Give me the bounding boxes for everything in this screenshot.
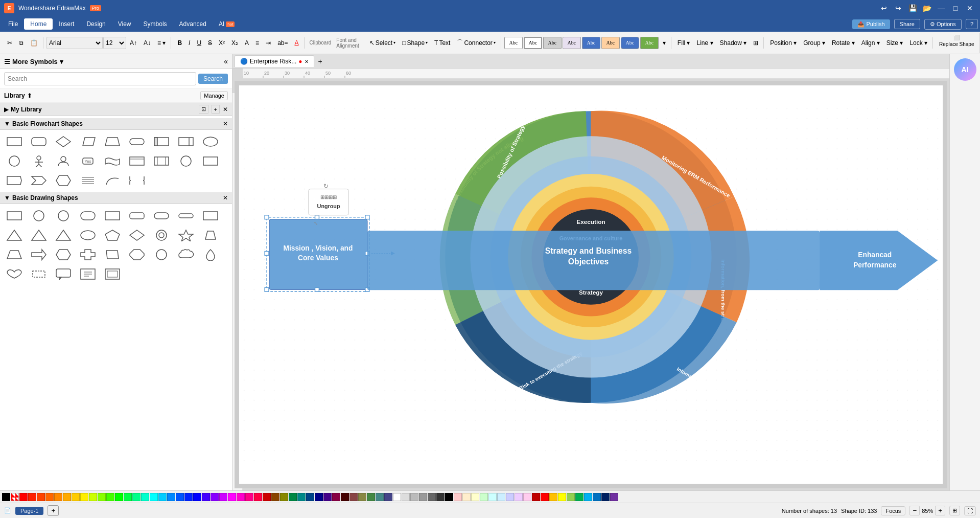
menu-symbols[interactable]: Symbols <box>137 18 173 30</box>
shape-stadium[interactable] <box>126 133 148 150</box>
shape-rect2[interactable] <box>199 152 222 170</box>
cs-32[interactable] <box>289 493 297 501</box>
cs-54[interactable] <box>480 493 488 501</box>
shape-circle2[interactable] <box>175 152 197 170</box>
cs-41[interactable] <box>367 493 375 501</box>
drawing-section-header[interactable]: ▼ Basic Drawing Shapes ✕ <box>0 192 232 204</box>
cs-16[interactable] <box>150 493 158 501</box>
focus-btn[interactable]: Focus <box>881 506 905 515</box>
cs-14[interactable] <box>132 493 141 501</box>
draw-hexagon[interactable] <box>52 246 75 263</box>
cs-8[interactable] <box>80 493 88 501</box>
cs-67[interactable] <box>593 493 601 501</box>
draw-rect4[interactable] <box>28 265 50 283</box>
cs-7[interactable] <box>72 493 80 501</box>
cs-27[interactable] <box>245 493 253 501</box>
undo-btn[interactable]: ↩ <box>878 2 890 14</box>
my-library-view-btn[interactable]: ⊡ <box>199 105 208 114</box>
cs-39[interactable] <box>349 493 358 501</box>
copy-btn[interactable]: ⧉ <box>16 37 27 49</box>
font-family-select[interactable]: Arial <box>46 37 103 49</box>
cs-44[interactable] <box>393 493 401 501</box>
drawing-close-btn[interactable]: ✕ <box>223 194 228 201</box>
cs-3[interactable] <box>37 493 45 501</box>
lock-btn[interactable]: Lock ▾ <box>906 37 930 49</box>
publish-btn[interactable]: 📤 Publish <box>852 19 890 29</box>
cs-55[interactable] <box>488 493 497 501</box>
cs-61[interactable] <box>541 493 549 501</box>
shape-user[interactable] <box>52 152 75 170</box>
cs-19[interactable] <box>176 493 184 501</box>
font-size-select[interactable]: 12 <box>103 37 126 49</box>
add-tab-btn[interactable]: + <box>314 55 326 67</box>
cs-15[interactable] <box>141 493 149 501</box>
cs-51[interactable] <box>454 493 462 501</box>
shape-lines[interactable] <box>77 172 99 189</box>
cs-31[interactable] <box>280 493 288 501</box>
fill-btn[interactable]: Fill ▾ <box>674 37 693 49</box>
shape-rectangle[interactable] <box>3 133 26 150</box>
panel-collapse-btn[interactable]: « <box>224 57 228 65</box>
menu-advanced[interactable]: Advanced <box>173 18 213 30</box>
cs-50[interactable] <box>445 493 453 501</box>
text-color-btn[interactable]: A <box>242 37 252 49</box>
indent-btn[interactable]: ⇥ <box>263 37 274 49</box>
position-btn[interactable]: Position ▾ <box>767 37 800 49</box>
flowchart-close-btn[interactable]: ✕ <box>223 120 228 127</box>
style-swatch-6[interactable]: Abc <box>601 37 620 49</box>
shape-trapezoid[interactable] <box>101 133 124 150</box>
cs-17[interactable] <box>158 493 167 501</box>
shape-chevron[interactable] <box>28 172 50 189</box>
cs-47[interactable] <box>419 493 427 501</box>
cs-40[interactable] <box>358 493 366 501</box>
text-align-btn[interactable]: ≡ ▾ <box>154 37 169 49</box>
shape-arc[interactable] <box>101 172 124 189</box>
canvas[interactable]: Mission , Vision, and Core Values <box>235 81 947 488</box>
font-decrease-btn[interactable]: A↓ <box>141 37 154 49</box>
shape-brace[interactable] <box>126 172 148 189</box>
styles-more-btn[interactable]: ▾ <box>660 37 669 49</box>
cs-13[interactable] <box>124 493 132 501</box>
cs-28[interactable] <box>254 493 262 501</box>
my-library-close-btn[interactable]: ✕ <box>223 105 228 114</box>
style-swatch-4[interactable]: Abc <box>563 37 581 49</box>
cs-69[interactable] <box>610 493 618 501</box>
paste-btn[interactable]: 📋 <box>27 37 41 49</box>
strikethrough-btn[interactable]: S <box>205 37 215 49</box>
draw-callout[interactable] <box>52 265 75 283</box>
cs-64[interactable] <box>567 493 575 501</box>
cs-63[interactable] <box>558 493 566 501</box>
draw-arrow-r[interactable] <box>28 246 50 263</box>
cs-37[interactable] <box>332 493 340 501</box>
cs-42[interactable] <box>376 493 384 501</box>
cs-2[interactable] <box>28 493 36 501</box>
shape-data[interactable] <box>126 152 148 170</box>
draw-cloud[interactable] <box>175 246 197 263</box>
draw-triangle2[interactable] <box>28 227 50 244</box>
cs-6[interactable] <box>63 493 71 501</box>
cs-5[interactable] <box>54 493 62 501</box>
draw-circle[interactable] <box>28 207 50 224</box>
bold-btn[interactable]: B <box>174 37 185 49</box>
draw-hexstar[interactable] <box>175 227 197 244</box>
page-tab[interactable]: Page-1 <box>15 507 43 515</box>
shape-penta-rect[interactable] <box>3 172 26 189</box>
cs-46[interactable] <box>410 493 418 501</box>
add-page-btn[interactable]: + <box>48 505 59 516</box>
canvas-tab-enterprise[interactable]: 🔵 Enterprise Risk... ● ✕ <box>235 55 314 67</box>
cs-49[interactable] <box>436 493 445 501</box>
cs-18[interactable] <box>167 493 175 501</box>
draw-trapezoid2[interactable] <box>3 246 26 263</box>
style-swatch-5[interactable]: Abc <box>582 37 600 49</box>
draw-pill[interactable] <box>150 207 173 224</box>
maximize-btn[interactable]: □ <box>949 2 962 14</box>
share-btn[interactable]: Share <box>894 19 920 29</box>
cs-66[interactable] <box>584 493 592 501</box>
shape-process[interactable] <box>150 152 173 170</box>
cs-26[interactable] <box>237 493 245 501</box>
draw-parallelogram[interactable] <box>101 246 124 263</box>
draw-circle2[interactable] <box>52 207 75 224</box>
shape-decision[interactable]: Yes <box>77 152 99 170</box>
menu-home[interactable]: Home <box>24 18 53 30</box>
cs-53[interactable] <box>471 493 479 501</box>
